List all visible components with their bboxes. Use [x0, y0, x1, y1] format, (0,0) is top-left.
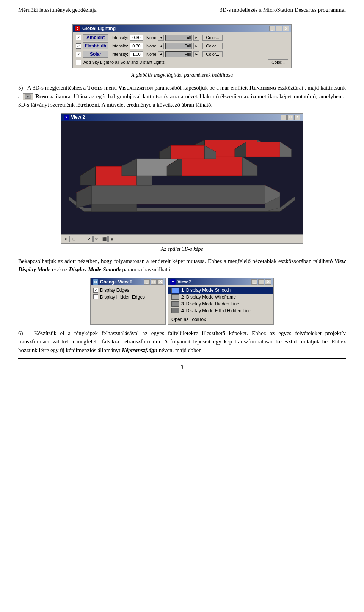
view2-titlebar: V View 2 _ □ ✕ [61, 114, 303, 121]
dm-row-filled-hidden[interactable]: 4 Display Mode Filled Hidden Line [168, 307, 273, 314]
solar-intensity-input[interactable] [130, 51, 143, 57]
sky-checkbox[interactable] [76, 60, 81, 65]
caption-lighting: A globális megvilágítási paraméterek beá… [18, 72, 346, 78]
dm-row-wireframe[interactable]: 2 Display Mode Wireframe [168, 294, 273, 300]
display-edges-row: Display Edges [93, 288, 163, 293]
display-mode-titlebar: V View 2 _ □ ✕ [168, 278, 273, 285]
toolbar-btn-5[interactable]: ⟳ [93, 236, 100, 242]
flashbulb-color-button[interactable]: Color... [202, 43, 223, 49]
tools-smallcaps: Tools [87, 85, 103, 91]
toolbar-btn-6[interactable]: ⬛ [101, 236, 108, 242]
dialog-window-controls[interactable]: _ □ ✕ [269, 26, 289, 31]
change-view-window-controls[interactable]: _ □ ✕ [144, 279, 163, 285]
display-mode-body: 1 Display Mode Smooth 2 Display Mode Wir… [168, 285, 273, 324]
header-left: Mérnöki létesítmények geodéziája [18, 7, 97, 13]
dm-label-1: Display Mode Smooth [186, 288, 231, 293]
sky-text: Add Sky Light to all Solar and Distant L… [83, 60, 165, 65]
display-edges-checkbox[interactable] [93, 288, 98, 293]
dm-window-controls[interactable]: _ □ ✕ [251, 279, 271, 285]
change-view-titlebar: M Change View T... _ □ ✕ [91, 278, 165, 285]
view2-3d-canvas [61, 121, 303, 234]
toolbar-btn-1[interactable]: ⊕ [63, 236, 70, 242]
dialog-body: ✓ Ambient Intensity: None ◄ Full ► Color… [73, 32, 291, 68]
dm-icon-1 [171, 288, 179, 293]
view2-close-button[interactable]: ✕ [294, 115, 300, 120]
dm-label-3: Display Mode Hidden Line [186, 301, 239, 307]
flashbulb-label: Flashbulb [83, 42, 108, 49]
display-mode-titlebar-left: V View 2 [170, 279, 191, 285]
cv-minimize[interactable]: _ [144, 279, 150, 285]
flashbulb-row: ✓ Flashbulb Intensity: None ◄ Full ► Col… [76, 42, 288, 49]
solar-right-arrow[interactable]: ► [193, 51, 199, 57]
sky-color-button[interactable]: Color... [268, 59, 288, 65]
view2-minimize-button[interactable]: _ [281, 115, 287, 120]
display-edges-label: Display Edges [100, 288, 129, 293]
ambient-color-button[interactable]: Color... [202, 35, 223, 41]
flashbulb-left-arrow[interactable]: ◄ [158, 43, 164, 49]
para2-text: Bekapcsolhatjuk az adott nézetben, hogy … [18, 257, 346, 274]
dm-icon-4 [171, 308, 179, 313]
close-button[interactable]: ✕ [283, 26, 289, 31]
dm-close[interactable]: ✕ [265, 279, 271, 285]
body-paragraph-1: 5) A 3D-s megjelenítéshez a Tools menü V… [18, 83, 346, 109]
minimize-button[interactable]: _ [269, 26, 275, 31]
cv-maximize[interactable]: □ [151, 279, 157, 285]
toolbar-btn-3[interactable]: ↔ [78, 236, 85, 242]
ambient-checkbox[interactable]: ✓ [76, 35, 81, 40]
ambient-label: Ambient [83, 34, 108, 41]
header-divider [18, 19, 346, 19]
view2-app-icon: V [64, 115, 69, 120]
toolbar-btn-7[interactable]: ◈ [108, 236, 115, 242]
ambient-slider[interactable]: Full [165, 35, 192, 41]
page-number: 3 [18, 365, 346, 371]
render-smallcaps: Render [35, 93, 54, 99]
cv-close[interactable]: ✕ [157, 279, 163, 285]
dm-row-hidden-line[interactable]: 3 Display Mode Hidden Line [168, 300, 273, 307]
flashbulb-checkbox[interactable]: ✓ [76, 43, 81, 49]
dm-row-smooth[interactable]: 1 Display Mode Smooth [168, 287, 273, 294]
para1-text: 5) A 3D-s megjelenítéshez a Tools menü V… [18, 83, 346, 109]
header: Mérnöki létesítmények geodéziája 3D-s mo… [18, 7, 346, 13]
intensity-label-1: Intensity: [111, 35, 128, 40]
maximize-button[interactable]: □ [276, 26, 282, 31]
ambient-right-arrow[interactable]: ► [193, 35, 199, 41]
flashbulb-right-arrow[interactable]: ► [193, 43, 199, 49]
dm-minimize[interactable]: _ [251, 279, 257, 285]
body-paragraph-2: Bekapcsolhatjuk az adott nézetben, hogy … [18, 257, 346, 274]
footer-divider [18, 358, 346, 359]
ambient-row: ✓ Ambient Intensity: None ◄ Full ► Color… [76, 34, 288, 41]
view2-title: View 2 [71, 115, 85, 120]
para3-text: 6) Készítsük el a fényképek felhasználás… [18, 329, 346, 355]
toolbar-btn-2[interactable]: ⊞ [71, 236, 77, 242]
change-view-title: Change View T... [100, 279, 136, 285]
toolbar-btn-4[interactable]: ⤢ [86, 236, 93, 242]
caption-3d: Az épület 3D-s képe [18, 246, 346, 252]
solar-checkbox[interactable]: ✓ [76, 52, 81, 57]
dm-number-4: 4 [181, 308, 184, 313]
ambient-left-arrow[interactable]: ◄ [158, 35, 164, 41]
solar-color-button[interactable]: Color... [202, 51, 223, 57]
solar-none: None [146, 52, 156, 57]
solar-slider[interactable]: Full [165, 51, 192, 57]
flashbulb-intensity-input[interactable] [130, 43, 143, 49]
flashbulb-full: Full [185, 44, 191, 48]
keptranszf-filename: Képtranszf.dgn [122, 347, 157, 353]
dm-maximize[interactable]: □ [258, 279, 264, 285]
solar-left-arrow[interactable]: ◄ [158, 51, 164, 57]
view2-window-controls[interactable]: _ □ ✕ [281, 115, 300, 120]
dm-number-1: 1 [181, 288, 184, 293]
flashbulb-slider[interactable]: Full [165, 43, 192, 49]
building-svg [61, 121, 303, 234]
display-hidden-checkbox[interactable] [93, 294, 98, 299]
ambient-intensity-input[interactable] [130, 35, 143, 41]
display-hidden-row: Display Hidden Edges [93, 294, 163, 300]
svg-marker-7 [92, 185, 265, 204]
visualization-smallcaps: Visualization [118, 85, 153, 91]
view2-maximize-button[interactable]: □ [287, 115, 293, 120]
dm-open-toolbox[interactable]: Open as ToolBox [168, 316, 273, 323]
global-lighting-dialog: 3 Global Lighting _ □ ✕ ✓ Ambient Intens… [72, 24, 292, 68]
dm-label-2: Display Mode Wireframe [186, 294, 236, 300]
rendering-smallcaps: Rendering [249, 85, 276, 91]
view2-tools-outer: M Change View T... _ □ ✕ Display Edges D… [90, 278, 274, 325]
dm-divider [168, 315, 273, 315]
